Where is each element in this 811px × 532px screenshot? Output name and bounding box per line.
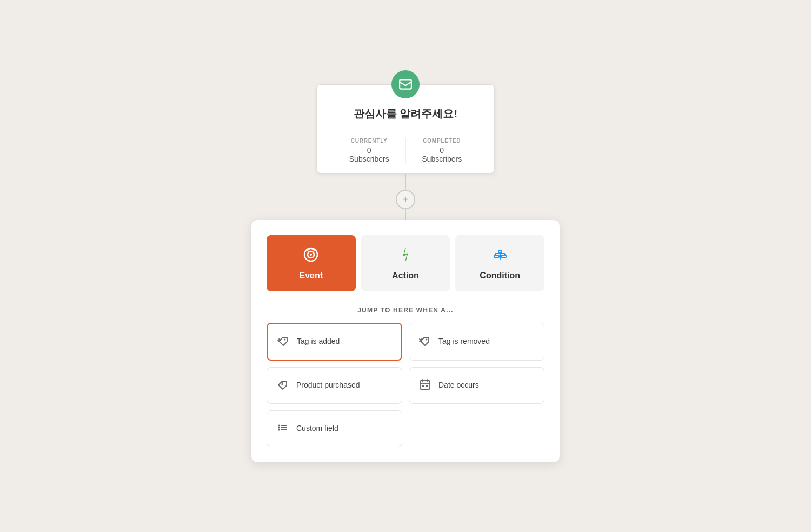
connector-line-top	[405, 174, 406, 190]
email-node: 관심사를 알려주세요! CURRENTLY 0 Subscribers COMP…	[316, 70, 495, 174]
tag-removed-icon	[419, 335, 431, 349]
main-panel: Event Action	[251, 220, 560, 462]
connector-line-bottom	[405, 209, 406, 220]
stat-completed-value: 0 Subscribers	[421, 146, 463, 163]
svg-rect-6	[501, 255, 506, 257]
email-icon-circle	[391, 70, 420, 98]
tab-condition-label: Condition	[480, 271, 520, 281]
svg-point-14	[278, 427, 280, 428]
svg-rect-12	[426, 385, 428, 387]
tab-event[interactable]: Event	[267, 235, 356, 291]
event-tag-removed-label: Tag is removed	[438, 336, 490, 347]
condition-tab-icon	[491, 246, 509, 263]
email-icon	[398, 77, 413, 91]
tab-event-label: Event	[300, 271, 323, 281]
tab-condition[interactable]: Condition	[455, 235, 544, 291]
svg-rect-10	[420, 381, 430, 389]
connector: +	[396, 174, 415, 220]
stat-currently: CURRENTLY 0 Subscribers	[333, 138, 406, 163]
event-product-purchased[interactable]: $ Product purchased	[267, 367, 402, 404]
stat-completed: COMPLETED 0 Subscribers	[406, 138, 478, 163]
svg-text:$: $	[281, 382, 283, 386]
action-tab-icon	[397, 246, 414, 263]
section-heading: JUMP TO HERE WHEN A...	[267, 307, 544, 314]
event-tag-removed[interactable]: Tag is removed	[409, 323, 544, 361]
svg-point-3	[310, 254, 312, 256]
svg-point-15	[278, 429, 280, 430]
date-occurs-icon	[419, 378, 431, 393]
svg-rect-11	[422, 385, 424, 387]
event-custom-field[interactable]: Custom field	[267, 410, 402, 447]
svg-point-7	[284, 338, 286, 340]
type-selector: Event Action	[267, 235, 544, 291]
add-step-button[interactable]: +	[396, 190, 415, 209]
custom-field-icon	[277, 422, 289, 436]
tag-added-icon	[277, 335, 289, 349]
svg-rect-5	[494, 255, 499, 257]
stat-currently-value: 0 Subscribers	[348, 146, 390, 163]
event-date-occurs[interactable]: Date occurs	[409, 367, 544, 404]
event-tab-icon	[302, 246, 320, 263]
email-stats: CURRENTLY 0 Subscribers COMPLETED 0 Subs…	[333, 130, 478, 163]
event-custom-field-label: Custom field	[296, 423, 338, 434]
product-purchased-icon: $	[277, 378, 289, 393]
tab-action-label: Action	[392, 271, 419, 281]
event-date-occurs-label: Date occurs	[438, 380, 479, 391]
svg-point-13	[278, 424, 280, 426]
event-tag-added-label: Tag is added	[297, 336, 340, 347]
events-grid: Tag is added Tag is removed	[267, 323, 544, 447]
email-title: 관심사를 알려주세요!	[333, 107, 478, 121]
tab-action[interactable]: Action	[361, 235, 450, 291]
event-tag-added[interactable]: Tag is added	[267, 323, 402, 361]
event-product-purchased-label: Product purchased	[296, 380, 360, 391]
stat-completed-label: COMPLETED	[423, 138, 461, 144]
stat-currently-label: CURRENTLY	[351, 138, 388, 144]
svg-rect-0	[400, 79, 411, 89]
canvas: 관심사를 알려주세요! CURRENTLY 0 Subscribers COMP…	[251, 70, 560, 462]
svg-point-8	[426, 338, 428, 340]
